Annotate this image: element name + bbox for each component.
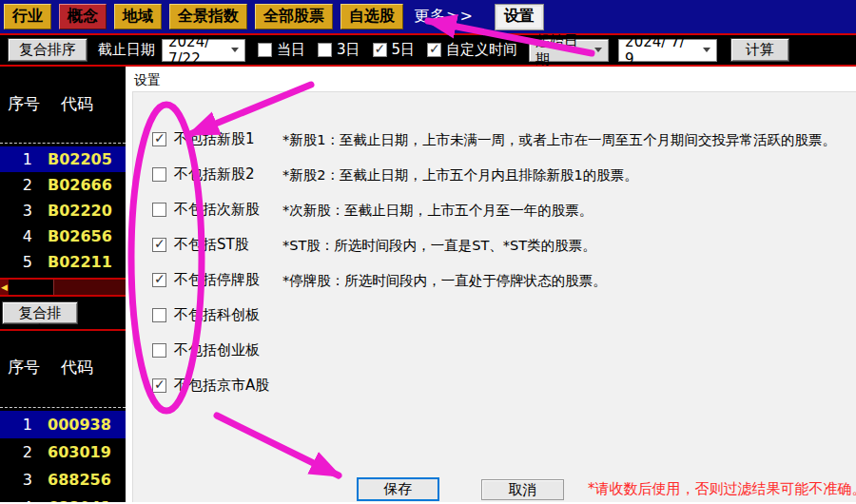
option-label: 不包括京市A股 xyxy=(174,377,269,395)
5day-checkbox-box[interactable] xyxy=(373,43,387,57)
option-exclude-subnew[interactable]: 不包括次新股 xyxy=(152,201,260,218)
checkbox-3day[interactable]: 3日 xyxy=(318,41,360,59)
top-nav-bar: 行业 概念 地域 全景指数 全部股票 自选股 更多>> 设置 xyxy=(0,0,856,35)
row-seq: 3 xyxy=(0,202,32,220)
tab-watchlist[interactable]: 自选股 xyxy=(340,4,403,29)
stock-row[interactable]: 2 B02666 xyxy=(0,172,126,198)
today-checkbox-box[interactable] xyxy=(258,43,272,57)
option-label: 不包括新股2 xyxy=(174,165,255,184)
stock-table-2: 1 000938 2 603019 3 688256 4 688041 xyxy=(0,411,126,502)
option-label: 不包括次新股 xyxy=(174,201,260,219)
warning-note: *请收数后使用，否则过滤结果可能不准确。 xyxy=(588,480,856,498)
exclude-bse-a-checkbox[interactable] xyxy=(152,378,166,393)
stock-table-1: 1 B02205 2 B02666 3 B02220 4 B02656 5 B0… xyxy=(0,146,126,275)
start-date-dropdown[interactable]: 起始日期 xyxy=(529,39,609,62)
exclude-new2-checkbox[interactable] xyxy=(152,167,166,182)
row-code: B02205 xyxy=(48,150,112,168)
divider xyxy=(0,329,126,331)
option-exclude-suspended[interactable]: 不包括停牌股 xyxy=(152,271,260,288)
chevron-down-icon xyxy=(703,48,710,52)
more-menu-link[interactable]: 更多>> xyxy=(411,7,477,27)
calculate-button[interactable]: 计算 xyxy=(730,38,789,62)
exclude-star-market-checkbox[interactable] xyxy=(152,308,166,322)
cancel-button[interactable]: 取消 xyxy=(481,479,564,500)
option-exclude-new2[interactable]: 不包括新股2 xyxy=(152,165,255,183)
row-seq: 1 xyxy=(0,150,32,168)
row-code: B02656 xyxy=(48,227,112,245)
code-column-header: 代码 xyxy=(61,357,93,378)
checkbox-today[interactable]: 当日 xyxy=(258,41,305,59)
save-button[interactable]: 保存 xyxy=(357,477,439,501)
custom-time-checkbox-box[interactable] xyxy=(427,43,441,57)
3day-checkbox-label: 3日 xyxy=(337,41,360,59)
stock-row[interactable]: 3 688256 xyxy=(0,466,126,494)
row-code: 688041 xyxy=(48,498,111,502)
option-label: 不包括创业板 xyxy=(174,341,260,359)
code-column-header: 代码 xyxy=(61,93,93,115)
option-description: *停牌股：所选时间段内，一直处于停牌状态的股票。 xyxy=(282,272,607,290)
horizontal-scrollbar[interactable]: ◀ xyxy=(0,278,126,297)
exclude-chinext-checkbox[interactable] xyxy=(152,343,166,358)
composite-sort-button[interactable]: 复合排序 xyxy=(8,38,88,62)
row-seq: 2 xyxy=(0,443,32,461)
table1-header: 序号 代码 xyxy=(8,93,93,115)
filter-toolbar: 复合排序 截止日期 2024/ 7/22 当日 3日 5日 自定义时间 起始日期… xyxy=(0,35,856,67)
sidebar-composite-sort-button[interactable]: 复合排序 xyxy=(2,301,78,324)
option-description: *次新股：至截止日期，上市五个月至一年的股票。 xyxy=(282,202,593,220)
stock-row[interactable]: 4 688041 xyxy=(0,494,126,502)
row-seq: 5 xyxy=(0,253,32,271)
table2-header: 序号 代码 xyxy=(8,357,93,378)
row-seq: 4 xyxy=(0,498,32,502)
divider xyxy=(0,143,126,144)
option-exclude-chinext[interactable]: 不包括创业板 xyxy=(152,341,260,359)
start-date-value: 2024/ 7/ 9 xyxy=(625,33,695,68)
option-label: 不包括新股1 xyxy=(174,130,255,148)
exclude-subnew-checkbox[interactable] xyxy=(152,203,166,217)
tab-all-stocks[interactable]: 全部股票 xyxy=(255,4,333,29)
option-description: *新股1：至截止日期，上市未满一周，或者上市在一周至五个月期间交投异常活跃的股票… xyxy=(282,131,836,149)
scroll-left-arrow-icon[interactable]: ◀ xyxy=(0,280,9,295)
settings-panel-title: 设置 xyxy=(134,72,161,89)
row-code: B02220 xyxy=(48,202,112,220)
settings-panel: 不包括新股1 *新股1：至截止日期，上市未满一周，或者上市在一周至五个月期间交投… xyxy=(132,91,856,502)
3day-checkbox-box[interactable] xyxy=(318,43,332,57)
exclude-suspended-checkbox[interactable] xyxy=(152,273,166,287)
settings-button[interactable]: 设置 xyxy=(495,4,544,30)
stock-row[interactable]: 4 B02656 xyxy=(0,223,126,249)
option-exclude-star-market[interactable]: 不包括科创板 xyxy=(152,306,260,323)
end-date-combo[interactable]: 2024/ 7/22 xyxy=(162,39,245,62)
exclude-st-checkbox[interactable] xyxy=(152,238,166,252)
tab-concept[interactable]: 概念 xyxy=(59,4,107,29)
option-exclude-new1[interactable]: 不包括新股1 xyxy=(152,130,255,147)
tab-industry[interactable]: 行业 xyxy=(4,4,51,29)
row-seq: 1 xyxy=(0,416,32,434)
stock-row[interactable]: 1 B02205 xyxy=(0,146,126,172)
seq-column-header: 序号 xyxy=(8,357,40,378)
row-code: 688256 xyxy=(48,471,111,489)
option-exclude-bse-a[interactable]: 不包括京市A股 xyxy=(152,377,269,394)
checkbox-5day[interactable]: 5日 xyxy=(373,41,416,59)
option-label: 不包括科创板 xyxy=(174,306,260,324)
option-exclude-st[interactable]: 不包括ST股 xyxy=(152,236,249,253)
start-date-combo[interactable]: 2024/ 7/ 9 xyxy=(618,39,717,62)
option-description: *ST股：所选时间段内，一直是ST、*ST类的股票。 xyxy=(282,237,596,255)
stock-row[interactable]: 1 000938 xyxy=(0,411,126,438)
row-seq: 4 xyxy=(0,227,32,245)
row-seq: 2 xyxy=(0,176,32,194)
exclude-new1-checkbox[interactable] xyxy=(152,132,166,146)
today-checkbox-label: 当日 xyxy=(277,41,305,59)
stock-row[interactable]: 5 B02211 xyxy=(0,249,126,275)
divider xyxy=(0,407,126,408)
tab-region[interactable]: 地域 xyxy=(114,4,162,29)
stock-row[interactable]: 2 603019 xyxy=(0,438,126,466)
checkbox-custom-time[interactable]: 自定义时间 xyxy=(427,41,517,59)
row-code: B02666 xyxy=(48,176,112,194)
scrollbar-thumb[interactable] xyxy=(9,280,54,295)
row-code: 603019 xyxy=(48,443,111,461)
settings-main-area: 设置 不包括新股1 *新股1：至截止日期，上市未满一周，或者上市在一周至五个月期… xyxy=(126,67,856,502)
tab-panorama-index[interactable]: 全景指数 xyxy=(169,4,247,29)
end-date-label: 截止日期 xyxy=(98,41,155,59)
stock-row[interactable]: 3 B02220 xyxy=(0,198,126,223)
seq-column-header: 序号 xyxy=(8,93,40,115)
row-code: 000938 xyxy=(48,416,111,434)
